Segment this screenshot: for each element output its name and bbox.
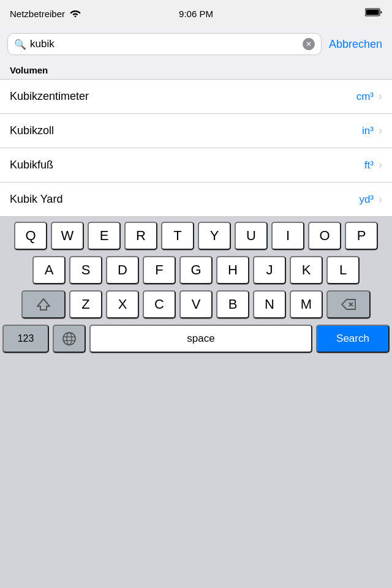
result-row[interactable]: Kubikzentimeter cm³ › bbox=[0, 80, 392, 114]
key-k[interactable]: K bbox=[290, 256, 323, 284]
search-input[interactable] bbox=[30, 38, 299, 50]
key-n[interactable]: N bbox=[253, 290, 286, 318]
result-row[interactable]: Kubikfuß ft³ › bbox=[0, 148, 392, 183]
key-q[interactable]: Q bbox=[14, 222, 47, 250]
result-label: Kubikzentimeter bbox=[10, 90, 356, 103]
key-row-3: ZXCVBNM bbox=[0, 290, 392, 318]
result-label: Kubikfuß bbox=[10, 159, 364, 172]
cancel-button[interactable]: Abbrechen bbox=[326, 38, 385, 51]
globe-key[interactable] bbox=[53, 325, 86, 353]
search-glass-icon: 🔍 bbox=[14, 39, 26, 50]
svg-point-0 bbox=[75, 15, 77, 17]
result-unit: in³ bbox=[362, 125, 374, 137]
key-row-1: QWERTYUIOP bbox=[0, 222, 392, 250]
chevron-icon: › bbox=[379, 90, 382, 103]
key-j[interactable]: J bbox=[253, 256, 286, 284]
key-l[interactable]: L bbox=[326, 256, 360, 284]
status-bar: Netzbetreiber 9:06 PM bbox=[0, 0, 392, 27]
key-b[interactable]: B bbox=[216, 290, 249, 318]
battery-icon bbox=[365, 8, 382, 19]
key-s[interactable]: S bbox=[69, 256, 102, 284]
key-p[interactable]: P bbox=[345, 222, 378, 250]
key-o[interactable]: O bbox=[308, 222, 341, 250]
svg-marker-3 bbox=[37, 299, 50, 310]
result-row[interactable]: Kubikzoll in³ › bbox=[0, 114, 392, 148]
result-unit: cm³ bbox=[356, 91, 374, 103]
keyboard: QWERTYUIOP ASDFGHJKL ZXCVBNM 123spaceSea… bbox=[0, 217, 392, 353]
key-a[interactable]: A bbox=[32, 256, 66, 284]
space-key[interactable]: space bbox=[89, 325, 312, 353]
key-v[interactable]: V bbox=[179, 290, 213, 318]
key-w[interactable]: W bbox=[51, 222, 84, 250]
result-unit: ft³ bbox=[364, 159, 374, 172]
svg-point-7 bbox=[67, 333, 72, 345]
search-key[interactable]: Search bbox=[316, 325, 390, 353]
key-g[interactable]: G bbox=[179, 256, 213, 284]
numbers-key[interactable]: 123 bbox=[2, 325, 49, 353]
key-f[interactable]: F bbox=[143, 256, 176, 284]
chevron-icon: › bbox=[379, 124, 382, 137]
key-x[interactable]: X bbox=[106, 290, 139, 318]
shift-key[interactable] bbox=[21, 290, 66, 318]
results-container: Volumen Kubikzentimeter cm³ › Kubikzoll … bbox=[0, 61, 392, 217]
key-u[interactable]: U bbox=[235, 222, 268, 250]
key-row-2: ASDFGHJKL bbox=[0, 256, 392, 284]
key-t[interactable]: T bbox=[161, 222, 194, 250]
key-y[interactable]: Y bbox=[198, 222, 231, 250]
section-header: Volumen bbox=[0, 61, 392, 80]
key-row-bottom: 123spaceSearch bbox=[0, 325, 392, 353]
chevron-icon: › bbox=[379, 159, 382, 172]
carrier-label: Netzbetreiber bbox=[10, 9, 65, 19]
key-h[interactable]: H bbox=[216, 256, 249, 284]
result-label: Kubikzoll bbox=[10, 124, 362, 137]
wifi-icon bbox=[70, 9, 81, 19]
chevron-icon: › bbox=[379, 193, 382, 206]
clear-button[interactable]: ✕ bbox=[303, 38, 315, 50]
result-unit: yd³ bbox=[359, 194, 374, 206]
key-d[interactable]: D bbox=[106, 256, 139, 284]
key-z[interactable]: Z bbox=[69, 290, 102, 318]
key-c[interactable]: C bbox=[143, 290, 176, 318]
key-e[interactable]: E bbox=[88, 222, 121, 250]
svg-rect-2 bbox=[366, 10, 379, 15]
time-label: 9:06 PM bbox=[179, 9, 213, 19]
result-label: Kubik Yard bbox=[10, 193, 359, 206]
key-i[interactable]: I bbox=[271, 222, 304, 250]
svg-point-6 bbox=[63, 333, 75, 345]
key-m[interactable]: M bbox=[290, 290, 323, 318]
search-input-wrapper[interactable]: 🔍 ✕ bbox=[7, 33, 322, 55]
result-row[interactable]: Kubik Yard yd³ › bbox=[0, 183, 392, 217]
delete-key[interactable] bbox=[326, 290, 371, 318]
key-r[interactable]: R bbox=[124, 222, 157, 250]
battery-area bbox=[365, 8, 382, 19]
carrier-wifi: Netzbetreiber bbox=[10, 9, 81, 19]
search-bar: 🔍 ✕ Abbrechen bbox=[0, 27, 392, 61]
